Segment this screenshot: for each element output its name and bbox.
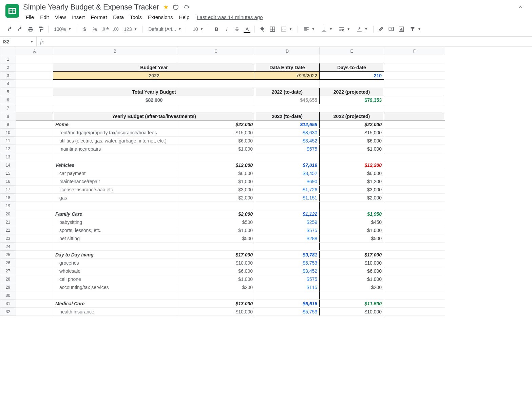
cell[interactable]: [16, 80, 53, 88]
cell[interactable]: $10,000: [320, 308, 384, 316]
row-header-9[interactable]: 9: [0, 120, 16, 129]
cell[interactable]: Family Care: [53, 210, 177, 218]
cell[interactable]: [320, 104, 384, 112]
cell[interactable]: [16, 177, 53, 186]
cell[interactable]: [16, 218, 53, 226]
cell[interactable]: [255, 104, 320, 112]
cell[interactable]: [16, 194, 53, 202]
col-header-C[interactable]: C: [177, 47, 255, 55]
cell[interactable]: $79,353: [320, 96, 384, 104]
cell[interactable]: $9,781: [255, 251, 320, 259]
cell[interactable]: $6,616: [255, 300, 320, 308]
row-header-31[interactable]: 31: [0, 300, 16, 308]
cell[interactable]: $3,000: [320, 186, 384, 194]
cell[interactable]: wholesale: [53, 267, 177, 275]
row-header-8[interactable]: 8: [0, 112, 16, 120]
cell[interactable]: [16, 259, 53, 267]
collapse-icon[interactable]: [517, 5, 527, 9]
cell[interactable]: $6,000: [320, 137, 384, 145]
row-header-2[interactable]: 2: [0, 63, 16, 72]
cell[interactable]: [384, 137, 445, 145]
cell[interactable]: $115: [255, 283, 320, 291]
cell[interactable]: [53, 243, 177, 251]
cell[interactable]: [53, 104, 177, 112]
cell[interactable]: [384, 169, 445, 177]
cell[interactable]: [384, 63, 445, 72]
cell[interactable]: [384, 283, 445, 291]
paint-format-button[interactable]: [36, 24, 45, 34]
cell[interactable]: license,insurance,aaa,etc.: [53, 186, 177, 194]
cell[interactable]: [16, 153, 53, 161]
cell[interactable]: [255, 291, 320, 300]
cell[interactable]: [177, 104, 255, 112]
cell[interactable]: [384, 161, 445, 169]
cell[interactable]: $500: [320, 234, 384, 243]
row-header-21[interactable]: 21: [0, 218, 16, 226]
cell[interactable]: $2,000: [320, 194, 384, 202]
number-format-select[interactable]: 123▼: [121, 24, 140, 34]
cell[interactable]: [384, 120, 445, 129]
cell[interactable]: $1,000: [177, 145, 255, 153]
cell[interactable]: [384, 243, 445, 251]
cell[interactable]: [384, 129, 445, 137]
cell[interactable]: 2022: [53, 72, 255, 80]
insert-link-button[interactable]: [376, 24, 386, 34]
row-header-30[interactable]: 30: [0, 291, 16, 300]
cell[interactable]: [320, 243, 384, 251]
cell[interactable]: pet sitting: [53, 234, 177, 243]
cell[interactable]: [384, 202, 445, 210]
row-header-24[interactable]: 24: [0, 243, 16, 251]
borders-button[interactable]: [268, 24, 277, 34]
cell[interactable]: $22,000: [177, 120, 255, 129]
cell[interactable]: $1,000: [177, 226, 255, 234]
cell[interactable]: [320, 291, 384, 300]
col-header-B[interactable]: B: [53, 47, 177, 55]
row-header-15[interactable]: 15: [0, 169, 16, 177]
cell[interactable]: [255, 80, 320, 88]
cell[interactable]: [53, 153, 177, 161]
row-header-6[interactable]: 6: [0, 96, 16, 104]
cell[interactable]: $7,019: [255, 161, 320, 169]
cell[interactable]: $11,500: [320, 300, 384, 308]
v-align-button[interactable]: ▼: [318, 24, 335, 34]
cell[interactable]: [16, 145, 53, 153]
cell[interactable]: $200: [177, 283, 255, 291]
cell[interactable]: [16, 283, 53, 291]
cell[interactable]: [320, 153, 384, 161]
cell[interactable]: $575: [255, 275, 320, 283]
zoom-select[interactable]: 100%▼: [51, 24, 74, 34]
cell[interactable]: $12,000: [177, 161, 255, 169]
cell[interactable]: [384, 96, 445, 104]
row-header-11[interactable]: 11: [0, 137, 16, 145]
cell[interactable]: $6,000: [177, 137, 255, 145]
cell[interactable]: [16, 202, 53, 210]
cell[interactable]: $5,753: [255, 308, 320, 316]
cell[interactable]: $1,000: [320, 275, 384, 283]
move-icon[interactable]: [173, 4, 179, 10]
cell[interactable]: $82,000: [53, 96, 255, 104]
cell[interactable]: $500: [177, 234, 255, 243]
cell[interactable]: [384, 300, 445, 308]
name-box[interactable]: I32 ▼: [0, 37, 37, 46]
cell[interactable]: Day to Day living: [53, 251, 177, 259]
menu-format[interactable]: Format: [88, 13, 110, 21]
cell[interactable]: [53, 291, 177, 300]
menu-tools[interactable]: Tools: [127, 13, 145, 21]
cell[interactable]: [320, 55, 384, 63]
cell[interactable]: gas: [53, 194, 177, 202]
cell[interactable]: [255, 153, 320, 161]
select-all-corner[interactable]: [0, 47, 16, 55]
cell[interactable]: [53, 80, 177, 88]
cell[interactable]: $6,000: [320, 267, 384, 275]
cell[interactable]: [384, 153, 445, 161]
cell[interactable]: [177, 243, 255, 251]
cell[interactable]: $5,753: [255, 259, 320, 267]
cell[interactable]: [177, 202, 255, 210]
cell[interactable]: $3,452: [255, 169, 320, 177]
fill-color-button[interactable]: [258, 24, 267, 34]
row-header-13[interactable]: 13: [0, 153, 16, 161]
cell[interactable]: [255, 202, 320, 210]
merge-cells-button[interactable]: ▼: [278, 24, 295, 34]
cell[interactable]: [16, 243, 53, 251]
cell[interactable]: 210: [320, 72, 384, 80]
